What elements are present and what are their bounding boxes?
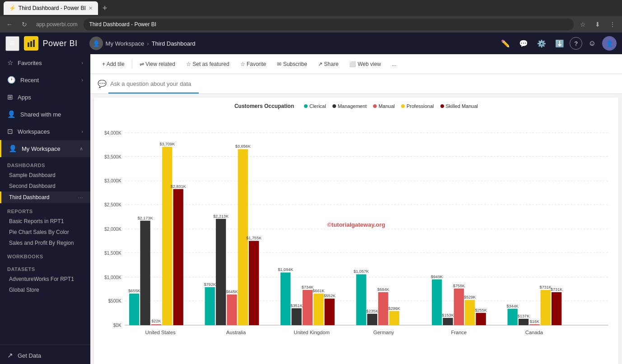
download-button[interactable]: ⬇ [592, 20, 603, 29]
sidebar-item-workspaces[interactable]: ⊡ Workspaces › [0, 123, 90, 140]
apps-icon: ⊞ [7, 93, 13, 101]
sidebar-report-basic[interactable]: Basic Reports in RPT1 [0, 216, 90, 227]
svg-text:$2,213K: $2,213K [213, 214, 229, 219]
edit-button[interactable]: ✏️ [497, 35, 514, 51]
svg-text:$3,000K: $3,000K [104, 178, 122, 183]
chart-container: ©tutorialgateway.org SalesAmount $4,000K… [99, 114, 613, 335]
sidebar-report-pie[interactable]: Pie Chart Sales By Color [0, 227, 90, 238]
bookmark-button[interactable]: ☆ [577, 20, 589, 29]
sidebar-item-shared-label: Shared with me [20, 111, 83, 118]
sidebar-dataset-adventureworks[interactable]: AdventureWorks For RPT1 [0, 274, 90, 285]
sales-report-label: Sales and Profit By Region [9, 240, 74, 246]
web-view-button[interactable]: ⬜ Web view [345, 59, 385, 70]
legend-dot-clerical [304, 104, 308, 108]
refresh-button[interactable]: ↻ [19, 20, 30, 29]
user-avatar[interactable]: 👤 [602, 36, 617, 51]
bar-uk-manual [303, 290, 313, 325]
legend-dot-professional [401, 104, 405, 108]
settings-button[interactable]: ⚙️ [533, 35, 550, 51]
active-tab[interactable]: ⚡ Third Dashboard - Power BI ✕ [4, 1, 98, 15]
breadcrumb-workspace[interactable]: My Workspace [106, 40, 145, 47]
hamburger-button[interactable]: ≡ [5, 36, 19, 51]
action-divider-1 [132, 60, 132, 69]
dashboard-area: Customers Occupation Clerical Management… [90, 94, 622, 364]
legend-dot-management [332, 104, 336, 108]
svg-text:$153K: $153K [442, 313, 454, 317]
breadcrumb: 👤 My Workspace › Third Dashboard [89, 37, 493, 50]
share-button[interactable]: ↗ Share [313, 59, 343, 70]
favorite-button[interactable]: ☆ Favorite [236, 59, 271, 70]
sample-dashboard-label: Sample Dashboard [9, 172, 56, 178]
sidebar-item-shared[interactable]: 👤 Shared with me [0, 106, 90, 123]
view-related-button[interactable]: ⇌ View related [135, 59, 180, 70]
workspaces-chevron: › [81, 129, 83, 134]
chat-button[interactable]: 💬 [515, 35, 532, 51]
svg-text:$552K: $552K [323, 294, 335, 298]
smiley-button[interactable]: ☺ [584, 35, 600, 51]
sidebar-item-myworkspace[interactable]: 👤 My Workspace ∧ [0, 140, 90, 157]
sidebar-report-sales[interactable]: Sales and Profit By Region [0, 238, 90, 248]
sidebar-dashboard-third[interactable]: Third Dashboard ··· [0, 191, 90, 203]
bar-us-manual [151, 324, 161, 325]
qa-input[interactable] [110, 80, 615, 87]
svg-text:$2,000K: $2,000K [104, 227, 122, 232]
sidebar-dashboard-second[interactable]: Second Dashboard [0, 181, 90, 191]
sidebar-dataset-globalstore[interactable]: Global Store [0, 285, 90, 295]
set-featured-button[interactable]: ☆ Set as featured [182, 59, 234, 70]
qa-underline [108, 93, 199, 93]
svg-text:Australia: Australia [226, 330, 246, 335]
svg-text:$1,755K: $1,755K [246, 236, 262, 240]
legend-management: Management [332, 103, 367, 109]
svg-text:$949K: $949K [431, 275, 443, 279]
third-dashboard-more-button[interactable]: ··· [78, 194, 83, 201]
qa-icon: 💬 [98, 79, 107, 88]
bar-chart-svg: SalesAmount $4,000K $3,500K $3,000K $2,5… [99, 114, 613, 349]
add-tile-button[interactable]: + Add tile [98, 59, 129, 70]
svg-text:$684K: $684K [377, 287, 389, 292]
subscribe-button[interactable]: ✉ Subscribe [272, 59, 312, 70]
third-dashboard-label: Third Dashboard [9, 194, 49, 201]
sidebar-item-recent-label: Recent [20, 77, 77, 84]
tab-favicon: ⚡ [9, 5, 16, 11]
bar-us-professional [162, 147, 172, 325]
get-data-icon: ↗ [7, 351, 13, 359]
bar-uk-management [291, 308, 301, 326]
help-button[interactable]: ? [570, 37, 582, 50]
svg-text:$137K: $137K [518, 314, 529, 318]
svg-text:$792K: $792K [204, 282, 215, 287]
bar-de-professional [389, 311, 399, 325]
sidebar-item-favorites-label: Favorites [18, 60, 77, 66]
svg-text:$1,000K: $1,000K [104, 275, 122, 280]
sidebar-item-apps[interactable]: ⊞ Apps [0, 89, 90, 106]
sidebar-item-recent[interactable]: 🕐 Recent › [0, 71, 90, 89]
adventureworks-label: AdventureWorks For RPT1 [9, 276, 74, 282]
bar-au-skilledmanual [249, 241, 259, 325]
breadcrumb-separator: › [147, 40, 149, 47]
sidebar-get-data[interactable]: ↗ Get Data [0, 347, 90, 364]
breadcrumb-current: Third Dashboard [152, 40, 196, 47]
chart-title-label: Customers Occupation [234, 103, 294, 109]
bar-ca-clerical [508, 309, 518, 326]
bar-fr-professional [465, 300, 475, 325]
pie-report-label: Pie Chart Sales By Color [9, 229, 69, 235]
sidebar-item-favorites[interactable]: ☆ Favorites › [0, 54, 90, 71]
tab-close-button[interactable]: ✕ [89, 5, 93, 11]
back-button[interactable]: ← [4, 20, 15, 29]
svg-text:France: France [451, 330, 467, 335]
svg-text:$2,831K: $2,831K [171, 184, 186, 189]
more-options-button[interactable]: ... [388, 59, 401, 70]
svg-text:United Kingdom: United Kingdom [294, 330, 329, 335]
new-tab-button[interactable]: + [100, 4, 110, 13]
bar-us-skilledmanual [173, 189, 183, 326]
svg-text:$22K: $22K [151, 319, 161, 323]
address-input[interactable] [84, 19, 574, 30]
sidebar-dashboard-sample[interactable]: Sample Dashboard [0, 170, 90, 181]
workspace-avatar: 👤 [89, 37, 103, 50]
bar-ca-skilledmanual [552, 292, 561, 325]
browser-menu-button[interactable]: ⋮ [607, 20, 618, 29]
svg-text:$351K: $351K [290, 303, 302, 308]
shared-icon: 👤 [7, 110, 16, 118]
second-dashboard-label: Second Dashboard [9, 183, 56, 189]
dashboards-section-label: DASHBOARDS [0, 159, 90, 170]
download-nav-button[interactable]: ⬇️ [552, 35, 568, 51]
